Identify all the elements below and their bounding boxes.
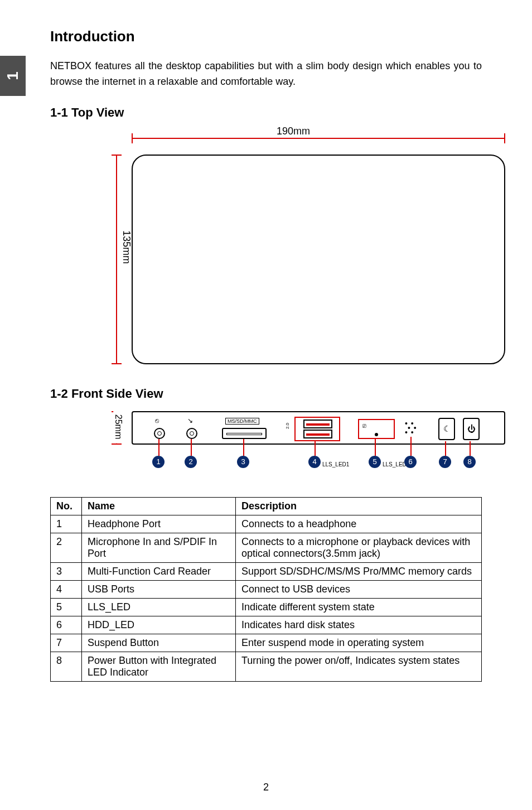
mic-icon: ↘ — [187, 417, 193, 425]
cell-desc: Connects to a microphone or playback dev… — [236, 533, 482, 562]
device-outline-front: ⎋ ↘ MS/SD/MMC 2.0 ⎚ • • • •• • ☾ ⏻ — [132, 411, 505, 445]
leader-line — [375, 439, 376, 456]
device-outline-top — [132, 155, 505, 364]
callout-row: 1 2 3 4 LLS_LED1 5 LLS_LED5 6 7 8 — [132, 445, 505, 475]
callout-bubble-2: 2 — [185, 456, 197, 468]
table-row: 1Headphone PortConnects to a headphone — [51, 515, 482, 533]
cell-desc: Support SD/SDHC/MS/MS Pro/MMC memory car… — [236, 562, 482, 580]
card-reader-slot — [222, 428, 267, 439]
dimension-line-height — [116, 155, 117, 364]
dimension-tick — [112, 363, 122, 364]
front-view-diagram: 25mm ⎋ ↘ MS/SD/MMC 2.0 ⎚ • • • •• • — [81, 411, 505, 478]
cell-name: HDD_LED — [82, 616, 236, 634]
callout-bubble-1: 1 — [152, 456, 165, 468]
table-body: 1Headphone PortConnects to a headphone2M… — [51, 515, 482, 681]
cell-desc: Turning the power on/off, Indicates syst… — [236, 652, 482, 681]
usb-icon: 2.0 — [285, 423, 290, 429]
dimension-line-width — [132, 138, 505, 139]
heading-introduction: Introduction — [50, 28, 482, 45]
dimension-tick — [112, 155, 122, 156]
leader-line — [243, 439, 244, 456]
table-row: 6HDD_LEDIndicates hard disk states — [51, 616, 482, 634]
table-row: 7Suspend ButtonEnter suspend mode in ope… — [51, 634, 482, 652]
dimension-label-height: 25mm — [113, 410, 123, 443]
col-no: No. — [51, 497, 82, 515]
cell-no: 8 — [51, 652, 82, 681]
page: 1 Introduction NETBOX features all the d… — [0, 0, 532, 810]
cell-no: 3 — [51, 562, 82, 580]
cell-name: LLS_LED — [82, 598, 236, 616]
cell-no: 5 — [51, 598, 82, 616]
col-name: Name — [82, 497, 236, 515]
cell-no: 6 — [51, 616, 82, 634]
table-row: 2Microphone In and S/PDIF In PortConnect… — [51, 533, 482, 562]
table-row: 4USB PortsConnect to USB devices — [51, 580, 482, 598]
heading-front-view: 1-2 Front Side View — [50, 387, 482, 401]
cell-no: 7 — [51, 634, 82, 652]
cell-name: USB Ports — [82, 580, 236, 598]
callout-bubble-3: 3 — [237, 456, 249, 468]
table-row: 5LLS_LEDIndicate different system state — [51, 598, 482, 616]
dimension-label-height: 135mm — [120, 223, 132, 272]
cell-desc: Enter suspend mode in operating system — [236, 634, 482, 652]
cell-desc: Indicates hard disk states — [236, 616, 482, 634]
leader-line — [191, 439, 192, 456]
lls-icon: ⎚ — [362, 422, 366, 429]
callout-bubble-7: 7 — [439, 456, 451, 468]
callout-bubble-6: 6 — [404, 456, 417, 468]
cell-desc: Connects to a headphone — [236, 515, 482, 533]
power-button: ⏻ — [463, 418, 480, 440]
table-header-row: No. Name Description — [51, 497, 482, 515]
cell-name: Suspend Button — [82, 634, 236, 652]
power-icon: ⏻ — [467, 424, 476, 433]
lls-led-dot — [375, 433, 378, 436]
callout-bubble-5: 5 — [369, 456, 381, 468]
page-number: 2 — [263, 782, 269, 793]
label-lls-led1: LLS_LED1 — [322, 461, 349, 467]
chapter-tab: 1 — [0, 56, 26, 96]
usb-port — [303, 430, 332, 438]
headphone-icon: ⎋ — [155, 417, 159, 425]
dimension-label-width: 190mm — [269, 126, 318, 137]
mic-port — [186, 428, 197, 439]
heading-top-view: 1-1 Top View — [50, 105, 482, 120]
hdd-led-icon: • • • •• • — [405, 421, 417, 435]
cell-no: 2 — [51, 533, 82, 562]
callout-bubble-4: 4 — [308, 456, 321, 468]
dimension-tick — [504, 133, 505, 143]
cell-no: 4 — [51, 580, 82, 598]
leader-line — [470, 441, 471, 456]
top-view-diagram: 190mm 135mm — [81, 130, 505, 364]
table-row: 8Power Button with Integrated LED Indica… — [51, 652, 482, 681]
col-desc: Description — [236, 497, 482, 515]
headphone-port — [154, 428, 165, 439]
callout-bubble-8: 8 — [463, 456, 476, 468]
card-reader-label: MS/SD/MMC — [225, 418, 259, 425]
cell-name: Power Button with Integrated LED Indicat… — [82, 652, 236, 681]
chapter-tab-number: 1 — [4, 71, 22, 80]
leader-line — [315, 441, 316, 456]
front-panel: ⎋ ↘ MS/SD/MMC 2.0 ⎚ • • • •• • ☾ ⏻ — [133, 412, 504, 443]
intro-paragraph: NETBOX features all the desktop capabili… — [50, 59, 482, 90]
cell-name: Microphone In and S/PDIF In Port — [82, 533, 236, 562]
suspend-button: ☾ — [438, 418, 455, 440]
usb-ports-group — [294, 417, 340, 441]
cell-desc: Indicate different system state — [236, 598, 482, 616]
usb-port — [303, 420, 332, 428]
leader-line — [410, 437, 412, 456]
leader-line — [158, 439, 159, 456]
leader-line — [445, 441, 446, 456]
table-row: 3Multi-Function Card ReaderSupport SD/SD… — [51, 562, 482, 580]
moon-icon: ☾ — [443, 424, 451, 434]
cell-name: Headphone Port — [82, 515, 236, 533]
dimension-tick — [132, 133, 133, 143]
ports-table: No. Name Description 1Headphone PortConn… — [50, 497, 482, 682]
cell-no: 1 — [51, 515, 82, 533]
cell-name: Multi-Function Card Reader — [82, 562, 236, 580]
cell-desc: Connect to USB devices — [236, 580, 482, 598]
